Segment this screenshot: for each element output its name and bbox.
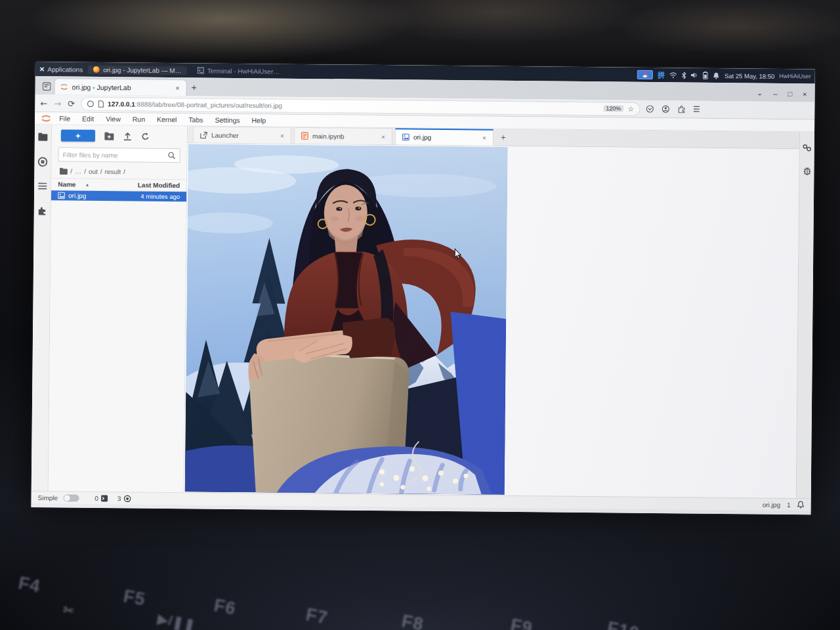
filter-files-input[interactable]	[63, 151, 168, 159]
notification-bell-icon[interactable]	[713, 72, 720, 79]
volume-icon[interactable]	[691, 72, 698, 79]
file-row-ori-jpg[interactable]: ori.jpg 4 minutes ago	[51, 190, 186, 201]
input-method-icon[interactable]	[637, 70, 653, 79]
kernels-counter[interactable]: 3	[117, 495, 131, 502]
image-file-icon	[402, 133, 410, 140]
breadcrumb-ellipsis[interactable]: …	[75, 168, 81, 175]
menu-settings[interactable]: Settings	[209, 116, 246, 125]
bell-icon[interactable]	[797, 501, 805, 509]
bluetooth-icon[interactable]	[682, 72, 686, 79]
new-launcher-button[interactable]: +	[61, 129, 95, 141]
list-tabs-icon[interactable]: ⌄	[757, 89, 763, 98]
property-inspector-icon[interactable]	[803, 144, 812, 152]
scissors-key-icon: ✂	[62, 602, 76, 620]
new-folder-icon[interactable]	[104, 132, 114, 140]
url-text[interactable]: 127.0.0.1:8888/lab/tree/08-portrait_pict…	[108, 100, 599, 112]
running-kernels-icon[interactable]	[37, 157, 47, 167]
laptop-screen: ✕ Applications ori.jpg - JupyterLab — M……	[31, 62, 814, 514]
system-tray: 拼 Sat 25 May, 18:50 HwHiAiUser	[637, 70, 811, 81]
reload-button[interactable]: ⟳	[68, 98, 75, 108]
filter-files-box[interactable]	[58, 147, 180, 163]
site-permissions-icon[interactable]	[87, 100, 94, 107]
firefox-icon	[93, 66, 100, 73]
file-list-header: Name ▲ Last Modified	[51, 178, 186, 192]
current-file-label[interactable]: ori.jpg	[763, 501, 780, 508]
column-name[interactable]: Name	[58, 180, 75, 188]
notification-count[interactable]: 1	[787, 501, 791, 509]
file-browser-toolbar: +	[52, 125, 187, 146]
bookmark-star-icon[interactable]: ☆	[627, 104, 634, 113]
terminals-counter[interactable]: 0	[94, 494, 108, 501]
taskbar-window-jupyterlab[interactable]: ori.jpg - JupyterLab — M…	[88, 65, 187, 74]
zoom-level-badge[interactable]: 120%	[603, 105, 623, 112]
breadcrumb-result[interactable]: result	[105, 168, 121, 175]
key-f4: F4	[16, 573, 42, 597]
extensions-icon[interactable]	[677, 105, 685, 113]
extension-manager-icon[interactable]	[37, 206, 47, 216]
statusbar-right: ori.jpg 1	[763, 501, 805, 509]
debugger-icon[interactable]	[803, 166, 811, 175]
jupyter-logo	[40, 114, 52, 123]
close-tab-icon[interactable]: ×	[381, 133, 385, 140]
table-of-contents-icon[interactable]	[38, 182, 47, 190]
back-button[interactable]: ←	[40, 98, 47, 108]
pinyin-indicator[interactable]: 拼	[658, 70, 665, 80]
key-f6: F6	[212, 595, 238, 620]
close-tab-icon[interactable]: ×	[482, 135, 486, 142]
browser-tab-active[interactable]: ori.jpg - JupyterLab ×	[55, 79, 186, 96]
maximize-button[interactable]: □	[788, 90, 792, 98]
applications-icon: ✕	[39, 66, 45, 73]
play-pause-key-icon: ▶/❚❚	[156, 611, 197, 630]
taskbar-window-terminal[interactable]: ›_ Terminal - HwHiAiUser…	[192, 66, 285, 75]
menu-icon[interactable]: ☰	[693, 105, 700, 114]
taskbar-clock[interactable]: Sat 25 May, 18:50	[724, 72, 775, 80]
close-window-button[interactable]: ×	[803, 90, 807, 98]
tab-close-icon[interactable]: ×	[174, 84, 181, 92]
file-browser-icon[interactable]	[38, 133, 48, 141]
wifi-icon[interactable]	[669, 72, 677, 78]
breadcrumb-out[interactable]: out	[89, 168, 98, 175]
add-tab-button[interactable]: +	[496, 129, 511, 146]
new-tab-button[interactable]: +	[186, 79, 202, 95]
applications-menu[interactable]: ✕ Applications	[39, 66, 83, 74]
search-icon	[168, 152, 176, 159]
terminal-icon: ›_	[198, 67, 204, 74]
tab-main-ipynb[interactable]: main.ipynb ×	[294, 127, 392, 144]
forward-button[interactable]: →	[54, 98, 61, 108]
browser-tab-title: ori.jpg - JupyterLab	[72, 83, 171, 92]
kernel-count-icon	[123, 495, 131, 502]
firefox-view-icon[interactable]	[38, 78, 55, 94]
menu-run[interactable]: Run	[127, 115, 151, 123]
refresh-icon[interactable]	[141, 132, 150, 140]
menu-view[interactable]: View	[100, 115, 127, 123]
jupyterlab-body: + / … / out / result / Name ▲	[32, 125, 814, 498]
file-modified: 4 minutes ago	[140, 193, 180, 201]
key-f5: F5	[121, 586, 147, 610]
sort-asc-icon[interactable]: ▲	[85, 182, 89, 187]
page-info-icon[interactable]	[98, 100, 104, 107]
close-tab-icon[interactable]: ×	[280, 132, 284, 139]
tab-launcher[interactable]: Launcher ×	[193, 126, 291, 143]
file-name: ori.jpg	[68, 192, 86, 199]
minimize-button[interactable]: –	[773, 89, 777, 97]
notebook-icon	[301, 132, 308, 140]
home-folder-icon[interactable]	[59, 167, 68, 175]
image-viewer	[184, 143, 799, 498]
simple-mode-toggle[interactable]	[63, 494, 79, 501]
column-last-modified[interactable]: Last Modified	[138, 182, 180, 190]
url-bar[interactable]: 127.0.0.1:8888/lab/tree/08-portrait_pict…	[81, 97, 639, 115]
battery-icon[interactable]	[703, 72, 708, 79]
menu-kernel[interactable]: Kernel	[151, 116, 182, 123]
pocket-icon[interactable]	[646, 105, 654, 113]
menu-tabs[interactable]: Tabs	[182, 116, 209, 123]
key-f7: F7	[304, 604, 329, 629]
menu-file[interactable]: File	[53, 114, 76, 122]
breadcrumb: / … / out / result /	[51, 164, 186, 179]
menu-help[interactable]: Help	[245, 116, 272, 124]
upload-icon[interactable]	[123, 132, 132, 140]
account-icon[interactable]	[662, 105, 669, 113]
portrait-photo-ori-jpg	[185, 144, 508, 495]
tab-ori-jpg[interactable]: ori.jpg ×	[395, 128, 494, 145]
menu-edit[interactable]: Edit	[76, 115, 100, 123]
image-file-icon	[58, 192, 65, 199]
